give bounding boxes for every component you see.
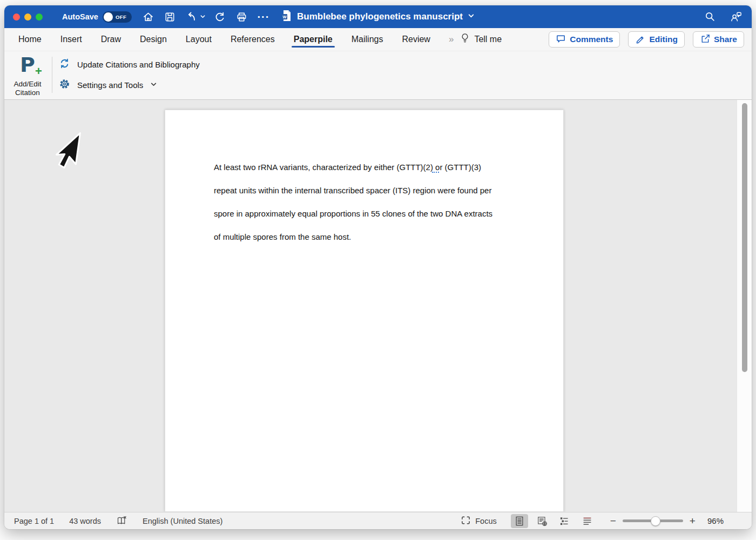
focus-label: Focus <box>475 517 497 525</box>
document-line: At least two rRNA variants, characterize… <box>214 156 527 179</box>
paperpile-ribbon: P + Add/Edit Citation Update Citations a… <box>4 51 752 100</box>
tab-home[interactable]: Home <box>18 30 42 49</box>
document-title-button[interactable]: W Bumblebee phylogenetics manuscript <box>281 10 475 24</box>
ribbon-tab-bar: Home Insert Draw Design Layout Reference… <box>4 28 752 51</box>
title-chevron-down-icon <box>468 12 475 22</box>
document-line: of multiple spores from the same host. <box>214 225 527 248</box>
tab-paperpile[interactable]: Paperpile <box>293 30 333 49</box>
settings-and-tools-button[interactable]: Settings and Tools <box>59 78 200 92</box>
settings-chevron-down-icon <box>150 80 157 90</box>
gear-icon <box>59 78 70 92</box>
autosave-label: AutoSave <box>62 12 98 21</box>
paperpile-logo-icon: P + <box>20 55 35 78</box>
editing-button[interactable]: Editing <box>628 31 685 48</box>
person-feedback-icon <box>730 11 742 23</box>
lightbulb-icon <box>460 33 470 46</box>
ribbon-group-divider <box>52 57 52 93</box>
document-page[interactable]: At least two rRNA variants, characterize… <box>165 110 564 512</box>
tab-mailings[interactable]: Mailings <box>351 30 384 49</box>
zoom-in-button[interactable]: + <box>690 516 696 526</box>
tab-design[interactable]: Design <box>139 30 167 49</box>
add-edit-citation-label: Add/Edit Citation <box>14 80 41 97</box>
close-button[interactable] <box>13 14 20 21</box>
document-canvas: At least two rRNA variants, characterize… <box>4 100 752 512</box>
redo-icon <box>214 10 227 23</box>
comments-label: Comments <box>570 35 613 44</box>
language-label[interactable]: English (United States) <box>143 517 222 525</box>
page-count-label[interactable]: Page 1 of 1 <box>14 517 54 525</box>
minimize-button[interactable] <box>24 14 31 21</box>
zoom-out-button[interactable]: − <box>610 516 616 526</box>
document-title: Bumblebee phylogenetics manuscript <box>297 11 463 22</box>
print-button[interactable] <box>235 10 249 24</box>
outline-view-button[interactable] <box>556 514 573 528</box>
share-icon <box>700 33 710 46</box>
draft-view-button[interactable] <box>579 514 596 528</box>
feedback-button[interactable] <box>729 10 743 24</box>
save-icon <box>164 11 176 23</box>
paragraph: At least two rRNA variants, characterize… <box>214 156 527 248</box>
pencil-icon <box>635 33 645 46</box>
tab-layout[interactable]: Layout <box>185 30 212 49</box>
maximize-button[interactable] <box>36 14 43 21</box>
web-layout-view-button[interactable] <box>534 514 551 528</box>
focus-icon <box>461 516 471 526</box>
document-line: repeat units within the internal transcr… <box>214 179 527 202</box>
home-icon <box>142 11 154 23</box>
zoom-percentage-label[interactable]: 96% <box>707 516 724 525</box>
view-switcher <box>511 514 596 528</box>
autosave-state: OFF <box>116 14 126 20</box>
more-commands-button[interactable]: ··· <box>256 10 271 24</box>
undo-icon <box>185 10 198 23</box>
home-button[interactable] <box>141 10 156 24</box>
tab-draw[interactable]: Draw <box>100 30 122 49</box>
refresh-icon <box>59 58 70 71</box>
zoom-slider-thumb[interactable] <box>651 516 660 526</box>
document-line: spore in approximately equal proportions… <box>214 202 527 225</box>
share-button[interactable]: Share <box>693 31 744 48</box>
undo-dropdown-chevron-icon[interactable] <box>200 12 206 22</box>
tab-references[interactable]: References <box>230 30 275 49</box>
tab-overflow-chevron-icon[interactable]: » <box>449 34 453 45</box>
comment-icon <box>556 33 566 46</box>
word-window: AutoSave OFF <box>4 5 752 529</box>
print-icon <box>235 11 248 23</box>
title-bar: AutoSave OFF <box>4 5 752 28</box>
zoom-slider[interactable] <box>623 516 683 526</box>
traffic-lights <box>13 14 43 21</box>
settings-and-tools-label: Settings and Tools <box>77 80 143 90</box>
mouse-cursor-icon <box>54 130 85 178</box>
zoom-control: − + <box>610 516 696 526</box>
search-icon <box>704 11 716 23</box>
update-citations-button[interactable]: Update Citations and Bibliography <box>59 58 200 71</box>
editing-label: Editing <box>649 35 678 44</box>
toggle-knob <box>104 12 113 22</box>
search-button[interactable] <box>703 10 717 24</box>
tell-me-label: Tell me <box>474 35 502 44</box>
tab-insert[interactable]: Insert <box>60 30 83 49</box>
word-count-label[interactable]: 43 words <box>69 517 101 525</box>
autosave-control: AutoSave OFF <box>62 11 132 23</box>
undo-button[interactable] <box>185 10 199 24</box>
word-doc-icon: W <box>281 10 292 24</box>
tell-me-button[interactable]: Tell me <box>460 33 502 46</box>
redo-button[interactable] <box>213 10 227 24</box>
svg-text:W: W <box>282 15 287 19</box>
scrollbar-thumb[interactable] <box>742 103 747 372</box>
comments-button[interactable]: Comments <box>549 31 620 48</box>
text-insertion-mark <box>432 171 439 173</box>
ellipsis-icon: ··· <box>257 14 269 19</box>
scrollbar-track[interactable] <box>737 100 752 512</box>
update-citations-label: Update Citations and Bibliography <box>77 60 200 69</box>
share-label: Share <box>714 35 737 44</box>
add-edit-citation-button[interactable]: P + Add/Edit Citation <box>11 55 44 97</box>
autosave-toggle[interactable]: OFF <box>103 11 132 23</box>
print-layout-view-button[interactable] <box>511 514 528 528</box>
focus-button[interactable]: Focus <box>461 516 497 526</box>
status-bar: Page 1 of 1 43 words English (United Sta… <box>4 512 752 529</box>
tab-review[interactable]: Review <box>401 30 430 49</box>
save-button[interactable] <box>163 10 177 24</box>
proofing-errors-icon[interactable] <box>116 515 127 526</box>
